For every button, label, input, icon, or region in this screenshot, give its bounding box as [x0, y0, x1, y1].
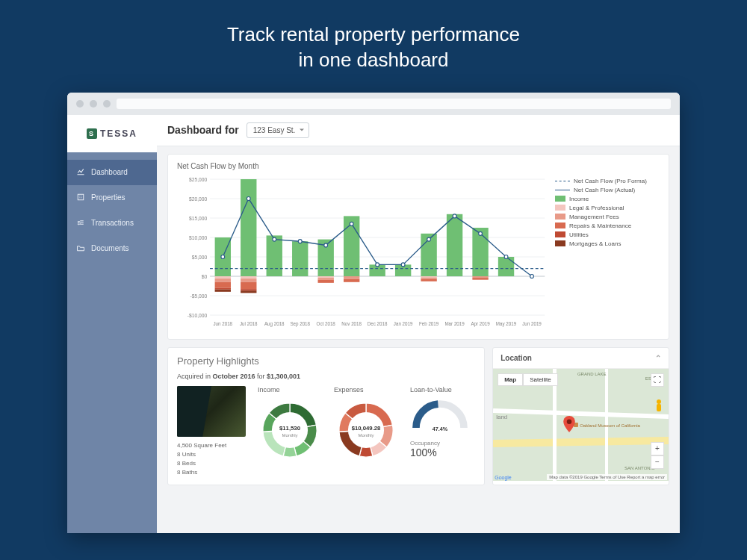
legend-label: Net Cash Flow (Actual)	[574, 187, 635, 193]
legend-swatch	[555, 214, 565, 220]
chevron-up-icon[interactable]: ⌃	[655, 354, 661, 362]
ltv-value: 47.4%	[433, 426, 448, 432]
svg-point-71	[376, 262, 379, 266]
svg-text:Jun 2019: Jun 2019	[522, 320, 542, 326]
zoom-in-button[interactable]: +	[651, 442, 664, 455]
expenses-sub: Monthly	[358, 432, 374, 437]
cashflow-chart[interactable]: -$10,000-$5,000$0$5,000$10,000$15,000$20…	[177, 175, 549, 332]
property-highlights-card: Property Highlights Acquired in October …	[167, 347, 485, 485]
svg-point-66	[247, 196, 250, 200]
map-road	[493, 408, 669, 418]
browser-frame: S TESSA DashboardProperties$Transactions…	[67, 93, 680, 533]
svg-point-72	[401, 262, 405, 266]
property-photo[interactable]	[177, 386, 246, 437]
svg-rect-0	[78, 194, 84, 200]
ltv-label: Loan-to-Value	[410, 386, 470, 393]
legend-item[interactable]: Net Cash Flow (Pro Forma)	[555, 178, 660, 184]
house-icon: S	[87, 128, 97, 139]
hero-line-1: Track rental property performance	[227, 23, 520, 46]
map-type-toggle[interactable]: Map Satellite	[498, 373, 557, 386]
svg-text:Oct 2018: Oct 2018	[317, 320, 336, 326]
cashflow-chart-card: Net Cash Flow by Month -$10,000-$5,000$0…	[167, 154, 669, 340]
legend-swatch	[555, 223, 565, 228]
browser-titlebar	[67, 93, 680, 115]
legend-label: Income	[569, 196, 589, 202]
map-pin-icon	[563, 416, 575, 435]
income-sub: Monthly	[282, 432, 297, 437]
occupancy-label: Occupancy	[410, 440, 470, 447]
svg-rect-61	[498, 257, 514, 276]
svg-text:Nov 2018: Nov 2018	[341, 320, 362, 326]
occupancy-value: 100%	[410, 447, 470, 458]
legend-item[interactable]: Income	[555, 196, 660, 202]
svg-text:May 2019: May 2019	[496, 320, 517, 326]
svg-rect-53	[421, 279, 436, 281]
main-panel: Dashboard for 123 Easy St. Net Cash Flow…	[157, 115, 680, 533]
income-metric: Income $11,530 Monthly	[258, 386, 322, 465]
building-icon	[76, 193, 85, 203]
svg-point-74	[453, 214, 456, 217]
legend-item[interactable]: Net Cash Flow (Actual)	[555, 187, 660, 193]
svg-text:Mar 2019: Mar 2019	[444, 320, 465, 326]
legend-item[interactable]: Legal & Professional	[555, 205, 660, 211]
ltv-metric: Loan-to-Value 47.4% Occupancy 100%	[410, 386, 470, 458]
legend-item[interactable]: Management Fees	[555, 214, 660, 220]
svg-rect-51	[421, 276, 436, 278]
svg-rect-26	[241, 179, 256, 276]
zoom-out-button[interactable]: −	[651, 455, 664, 469]
sidebar-item-properties[interactable]: Properties	[67, 185, 157, 211]
sidebar-item-transactions[interactable]: $Transactions	[67, 211, 157, 236]
map-tab-map[interactable]: Map	[498, 373, 523, 386]
map-highway	[493, 437, 669, 447]
property-fact: 4,500 Square Feet	[177, 441, 246, 450]
map[interactable]: GRAND LAKE ESHORE SAN ANTONIO land Oakla…	[493, 369, 669, 481]
expenses-label: Expenses	[334, 386, 398, 393]
property-select[interactable]: 123 Easy St.	[247, 122, 310, 138]
property-select-value: 123 Easy St.	[253, 126, 296, 134]
legend-item[interactable]: Repairs & Maintenance	[555, 223, 660, 229]
legend-swatch	[555, 196, 565, 202]
svg-text:$15,000: $15,000	[189, 215, 207, 220]
svg-text:Jun 2018: Jun 2018	[213, 320, 232, 326]
map-tab-satellite[interactable]: Satellite	[523, 373, 557, 386]
brand-logo[interactable]: S TESSA	[67, 115, 157, 152]
legend-item[interactable]: Mortgages & Loans	[555, 240, 660, 247]
fullscreen-icon[interactable]: ⛶	[651, 373, 664, 387]
svg-point-68	[298, 239, 302, 243]
url-bar[interactable]	[117, 99, 671, 109]
acq-date: October 2016	[213, 373, 255, 380]
income-label: Income	[258, 386, 322, 393]
google-logo: Google	[495, 475, 512, 480]
window-dot	[90, 100, 97, 108]
legend-label: Repairs & Maintenance	[569, 223, 631, 229]
svg-rect-24	[215, 289, 231, 291]
svg-point-73	[427, 237, 431, 241]
sidebar-item-label: Properties	[91, 193, 125, 202]
location-card: Location ⌃ GRAND LAKE ESHORE SAN ANTONIO…	[492, 347, 669, 485]
expenses-donut[interactable]: $10,049.28 Monthly	[334, 398, 398, 462]
svg-text:Jul 2018: Jul 2018	[240, 320, 258, 326]
svg-rect-27	[241, 276, 256, 279]
ltv-gauge[interactable]: 47.4%	[410, 398, 470, 434]
legend-item[interactable]: Utilities	[555, 231, 660, 238]
map-city-label: land	[496, 414, 507, 420]
svg-text:Jan 2019: Jan 2019	[394, 320, 413, 326]
legend-swatch	[555, 181, 570, 181]
svg-rect-52	[421, 277, 436, 279]
svg-rect-23	[215, 287, 231, 289]
svg-rect-22	[215, 281, 231, 287]
svg-text:Aug 2018: Aug 2018	[264, 320, 285, 326]
sidebar-item-dashboard[interactable]: Dashboard	[67, 160, 157, 185]
income-value: $11,530	[279, 425, 300, 432]
legend-label: Management Fees	[569, 214, 619, 220]
svg-rect-55	[447, 214, 462, 276]
sidebar-item-documents[interactable]: Documents	[67, 236, 157, 261]
legend-label: Mortgages & Loans	[569, 240, 621, 247]
pegman-icon[interactable]	[654, 399, 664, 414]
svg-text:$5,000: $5,000	[192, 254, 208, 259]
folder-icon	[76, 243, 85, 254]
income-donut[interactable]: $11,530 Monthly	[258, 398, 322, 462]
page-header: Dashboard for 123 Easy St.	[157, 115, 680, 146]
legend-swatch	[555, 190, 570, 190]
svg-point-76	[504, 255, 508, 258]
